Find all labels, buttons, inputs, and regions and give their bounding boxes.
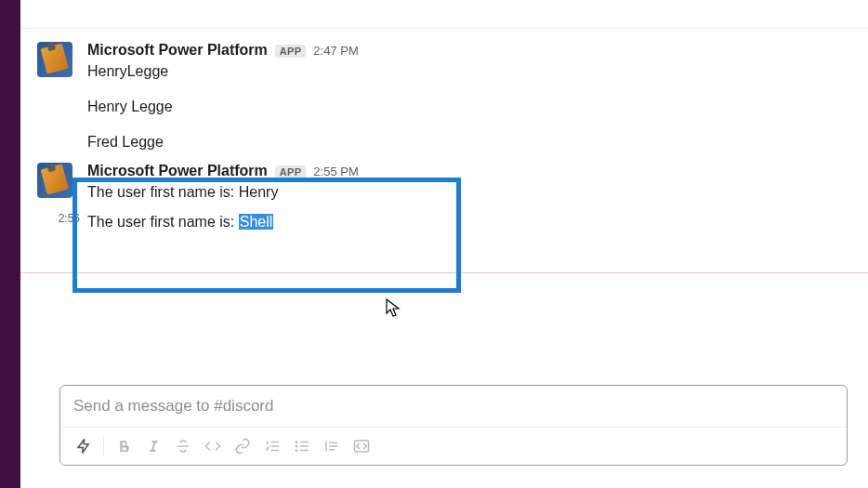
svg-point-7 <box>296 445 297 447</box>
svg-point-6 <box>296 442 297 443</box>
code-block-button[interactable] <box>348 433 375 459</box>
message-block[interactable]: Microsoft Power Platform APP 2:55 PM The… <box>20 157 868 207</box>
sender-name[interactable]: Microsoft Power Platform <box>87 163 268 179</box>
workspace-sidebar[interactable] <box>0 0 20 488</box>
code-button[interactable] <box>199 433 227 459</box>
unordered-list-button[interactable] <box>288 433 316 459</box>
main-panel: Microsoft Power Platform APP 2:47 PM Hen… <box>20 0 868 488</box>
message-input[interactable]: Send a message to #discord <box>60 386 847 427</box>
message-list: Microsoft Power Platform APP 2:47 PM Hen… <box>20 28 868 385</box>
message-time[interactable]: 2:56 <box>59 212 80 233</box>
message-line[interactable]: HenryLegge <box>87 60 849 83</box>
message-line[interactable]: Fred Legge <box>87 131 849 153</box>
blockquote-button[interactable] <box>318 433 346 459</box>
app-avatar-icon <box>37 42 72 77</box>
app-root: Microsoft Power Platform APP 2:47 PM Hen… <box>0 0 868 488</box>
formatting-toolbar <box>60 427 847 465</box>
sender-name[interactable]: Microsoft Power Platform <box>87 42 268 59</box>
message-line[interactable]: The user first name is: Shell <box>87 211 849 233</box>
app-badge: APP <box>275 165 307 178</box>
svg-point-8 <box>296 450 297 452</box>
link-button[interactable] <box>229 433 256 459</box>
mouse-cursor-icon <box>386 298 401 323</box>
text-selection[interactable]: Shell <box>239 214 274 230</box>
message-composer[interactable]: Send a message to #discord <box>59 385 848 466</box>
message-block[interactable]: Microsoft Power Platform APP 2:47 PM Hen… <box>20 38 868 157</box>
app-badge: APP <box>275 45 307 58</box>
message-time[interactable]: 2:55 PM <box>313 165 358 178</box>
italic-button[interactable] <box>139 433 167 459</box>
shortcuts-button[interactable] <box>70 433 98 459</box>
ordered-list-button[interactable] <box>258 433 286 459</box>
composer-area: Send a message to #discord <box>20 385 868 488</box>
new-message-divider <box>20 272 868 273</box>
message-continuation[interactable]: 2:56 The user first name is: Shell <box>20 207 868 237</box>
app-avatar-icon <box>37 163 72 198</box>
strikethrough-button[interactable] <box>169 433 197 459</box>
message-line[interactable]: The user first name is: Henry <box>87 181 849 204</box>
bold-button[interactable] <box>110 433 138 459</box>
message-time[interactable]: 2:47 PM <box>313 44 358 58</box>
message-line[interactable]: Henry Legge <box>87 96 849 118</box>
